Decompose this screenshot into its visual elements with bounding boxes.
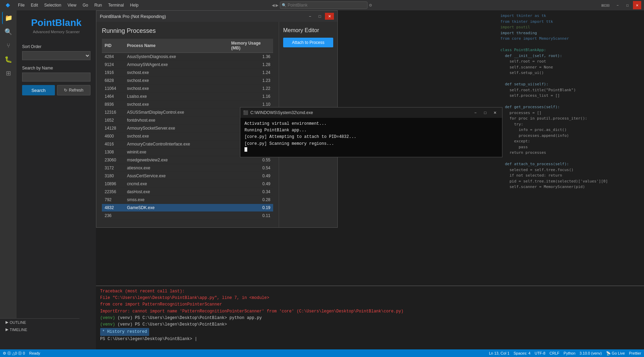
app-logo: PointBlank (31, 17, 81, 28)
name-cell (124, 212, 229, 220)
table-row[interactable]: 1916 svchost.exe 1.24 (102, 69, 273, 77)
cmd-title: ⬛ C:\WINDOWS\System32\cmd.exe (243, 110, 313, 115)
table-row[interactable]: 10896 cncmd.exe 0.49 (102, 180, 273, 188)
close-btn[interactable]: ✕ (633, 1, 641, 9)
search-name-input[interactable] (22, 73, 90, 82)
table-row[interactable]: 11064 svchost.exe 1.22 (102, 85, 273, 93)
cmd-restore-btn[interactable]: □ (481, 109, 490, 116)
menu-run[interactable]: Run (92, 1, 105, 9)
mem-cell: 0.54 (229, 164, 273, 172)
cmd-window: ⬛ C:\WINDOWS\System32\cmd.exe − □ ✕ Acti… (240, 107, 502, 157)
status-ln-col[interactable]: Ln 13, Col 1 (489, 351, 509, 355)
sort-order-label: Sort Order (22, 44, 41, 49)
cmd-close-btn[interactable]: ✕ (490, 109, 499, 116)
maximize-btn[interactable]: □ (623, 1, 632, 9)
table-row[interactable]: 4284 AsusSystemDiagnosis.exe 1.36 (102, 53, 273, 61)
mem-cell: 0.28 (229, 196, 273, 204)
table-row[interactable]: 22356 dasHost.exe 0.34 (102, 188, 273, 196)
timeline-header[interactable]: ▶ TIMELINE (0, 326, 79, 333)
refresh-label: Refresh (69, 88, 83, 93)
search-button[interactable]: Search (22, 85, 55, 95)
menu-edit[interactable]: Edit (28, 1, 41, 9)
menu-help[interactable]: Help (127, 1, 142, 9)
attach-to-process-button[interactable]: Attach to Process (283, 38, 333, 47)
menu-file[interactable]: File (15, 1, 27, 9)
menu-bar[interactable]: 🔷 File Edit Selection View Go Run Termin… (3, 1, 141, 9)
table-header: PID Process Name Memory Usage (MB) (102, 39, 273, 53)
activity-debug[interactable]: 🐛 (2, 53, 15, 66)
table-row[interactable]: 3172 atiesnox.exe 0.54 (102, 164, 273, 172)
sort-order-select[interactable] (22, 51, 90, 60)
pid-cell: 9124 (102, 61, 124, 69)
status-language[interactable]: Python (564, 351, 575, 355)
timeline-label: TIMELINE (10, 328, 27, 332)
history-restored-badge: * History restored (100, 328, 149, 336)
app-minimize-btn[interactable]: − (306, 13, 315, 20)
pid-cell: 3180 (102, 172, 124, 180)
name-cell: System (124, 220, 229, 222)
app-restore-btn[interactable]: □ (315, 13, 324, 20)
refresh-button[interactable]: ↻ Refresh (57, 85, 90, 95)
cmd-line-3: [core.py] Attempting to attach to PID=48… (244, 134, 498, 140)
app-window-titlebar: PointBlank Pro (Not Responding) − □ ✕ (96, 11, 337, 22)
table-row[interactable]: 236 0.11 (102, 212, 273, 220)
menu-selection[interactable]: Selection (41, 1, 64, 9)
name-cell: Lsalso.exe (124, 93, 229, 101)
activity-extensions[interactable]: ⊞ (2, 67, 15, 79)
layout-icon[interactable]: ⊞⊡⊟ (601, 3, 609, 7)
minimize-btn[interactable]: − (614, 1, 622, 9)
term-traceback-header: Traceback (most recent call last): (100, 288, 640, 295)
app-window-title: PointBlank Pro (Not Responding) (100, 14, 166, 19)
mem-cell: 1.16 (229, 93, 273, 101)
menu-go[interactable]: Go (80, 1, 91, 9)
name-cell: svchost.exe (124, 132, 229, 140)
menu-view[interactable]: View (65, 1, 79, 9)
app-close-btn[interactable]: ✕ (325, 13, 334, 20)
col-header-name: Process Name (124, 39, 229, 53)
pid-cell: 6828 (102, 77, 124, 85)
outline-label: OUTLINE (10, 320, 26, 325)
pid-cell: 1464 (102, 93, 124, 101)
activity-git[interactable]: ⑂ (2, 39, 15, 52)
table-row[interactable]: 4832 GameSDK.exe 0.19 (102, 204, 273, 212)
pid-cell: 4832 (102, 204, 124, 212)
status-source-control[interactable]: ⚙ ⓪ △0 ⓪ 0 (3, 351, 25, 356)
cmd-minimize-btn[interactable]: − (471, 109, 480, 116)
table-row[interactable]: 6828 svchost.exe 1.23 (102, 77, 273, 85)
menu-terminal[interactable]: Terminal (105, 1, 126, 9)
name-cell: atiesnox.exe (124, 164, 229, 172)
activity-explorer[interactable]: 📁 (2, 12, 15, 24)
cmd-cursor-line (244, 147, 498, 154)
cmd-line-4: [core.py] Scanning memory regions... (244, 141, 498, 147)
name-cell: fontdrvhost.exe (124, 116, 229, 124)
refresh-icon: ↻ (64, 88, 67, 93)
table-row[interactable]: 1464 Lsalso.exe 1.16 (102, 93, 273, 101)
pid-cell: 4 (102, 220, 124, 222)
name-cell: dasHost.exe (124, 188, 229, 196)
outline-header[interactable]: ▶ OUTLINE (0, 319, 79, 326)
pid-cell: 1916 (102, 69, 124, 77)
activity-search[interactable]: 🔍 (2, 26, 15, 38)
mem-cell: 0.11 (229, 212, 273, 220)
pid-cell: 10896 (102, 180, 124, 188)
name-cell: wininit.exe (124, 148, 229, 156)
memory-editor-title: Memory Editor (283, 27, 333, 34)
table-row[interactable]: 9124 ArmourySWAgent.exe 1.28 (102, 61, 273, 69)
status-line-ending[interactable]: CRLF (549, 351, 559, 355)
table-row[interactable]: 23060 msedgewebview2.exe 0.55 (102, 156, 273, 164)
pid-cell: 12316 (102, 109, 124, 116)
table-row[interactable]: 3180 AsusCertService.exe 0.49 (102, 172, 273, 180)
table-row[interactable]: 4 System 0.11 (102, 220, 273, 222)
status-python-version[interactable]: 3.10.0 (venv) (579, 351, 602, 355)
status-go-live[interactable]: 📡 Go Live (606, 351, 625, 356)
status-left: ⚙ ⓪ △0 ⓪ 0 Ready (3, 351, 40, 356)
status-spaces[interactable]: Spaces: 4 (513, 351, 530, 355)
status-encoding[interactable]: UTF-8 (535, 351, 545, 355)
term-traceback-line1: File "C:\Users\legen\Desktop\PointBlank\… (100, 295, 640, 301)
table-row[interactable]: 792 smss.exe 0.28 (102, 196, 273, 204)
pid-cell: 1652 (102, 116, 124, 124)
status-prettier[interactable]: Prettier (629, 351, 641, 355)
source-control-icon: ⚙ (3, 351, 6, 355)
activity-bar: 📁 🔍 ⑂ 🐛 ⊞ 👤 ⚙ (0, 10, 17, 349)
titlebar-search[interactable] (280, 1, 367, 9)
